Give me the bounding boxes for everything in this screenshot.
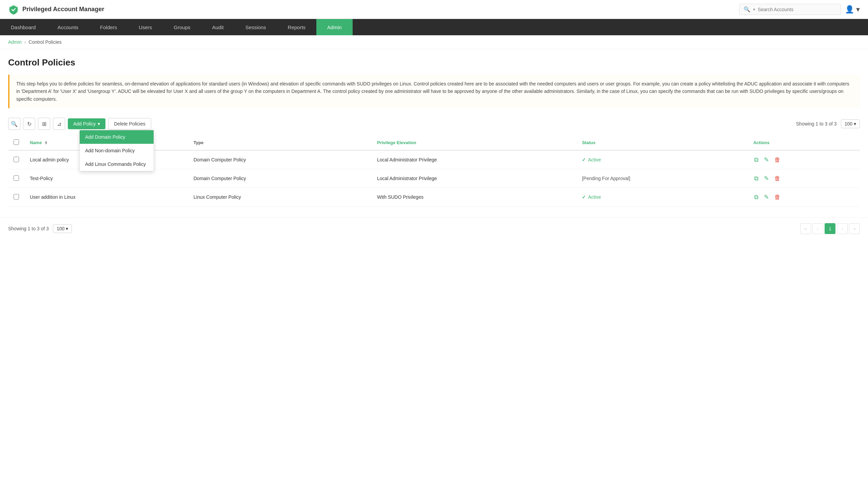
edit-button[interactable]: ✎ bbox=[763, 155, 770, 164]
actions-cell: ⧉ ✎ 🗑 bbox=[753, 193, 854, 201]
header-right: 🔍 ▾ 👤 ▾ bbox=[739, 4, 860, 15]
actions-cell: ⧉ ✎ 🗑 bbox=[753, 174, 854, 183]
dropdown-item-non-domain[interactable]: Add Non-domain Policy bbox=[80, 144, 154, 157]
add-policy-button[interactable]: Add Policy ▾ bbox=[68, 118, 105, 129]
per-page-selector[interactable]: 100 ▾ bbox=[841, 119, 860, 128]
user-avatar-icon[interactable]: 👤 ▾ bbox=[845, 5, 860, 14]
app-logo: Privileged Account Manager bbox=[8, 4, 104, 15]
row-2-type: Linux Computer Policy bbox=[188, 188, 372, 207]
content-area: Control Policies This step helps you to … bbox=[0, 49, 868, 215]
search-icon: 🔍 bbox=[744, 6, 750, 13]
search-input[interactable] bbox=[758, 7, 836, 12]
pagination-left: Showing 1 to 3 of 3 100 ▾ bbox=[8, 224, 72, 233]
pagination-per-page[interactable]: 100 ▾ bbox=[53, 224, 72, 233]
pagination-last-button[interactable]: » bbox=[849, 223, 860, 234]
status-badge: ✓Active bbox=[582, 194, 742, 200]
col-actions-label: Actions bbox=[753, 140, 770, 145]
nav-item-groups[interactable]: Groups bbox=[163, 19, 201, 35]
delete-button[interactable]: 🗑 bbox=[774, 193, 781, 201]
copy-icon: ⧉ bbox=[754, 156, 758, 163]
nav-item-folders[interactable]: Folders bbox=[89, 19, 128, 35]
nav-item-audit[interactable]: Audit bbox=[201, 19, 235, 35]
per-page-value: 100 bbox=[845, 121, 852, 127]
select-all-cell bbox=[8, 135, 24, 150]
col-header-status: Status bbox=[576, 135, 748, 150]
header: Privileged Account Manager 🔍 ▾ 👤 ▾ bbox=[0, 0, 868, 19]
row-1-name: Test-Policy bbox=[24, 169, 188, 188]
row-2-actions: ⧉ ✎ 🗑 bbox=[748, 188, 860, 207]
row-1-checkbox[interactable] bbox=[14, 175, 19, 181]
dropdown-item-domain[interactable]: Add Domain Policy bbox=[80, 130, 154, 144]
search-icon: 🔍 bbox=[11, 121, 18, 127]
nav-item-sessions[interactable]: Sessions bbox=[235, 19, 277, 35]
row-2-name: User addition in Linux bbox=[24, 188, 188, 207]
breadcrumb-parent[interactable]: Admin bbox=[8, 39, 22, 45]
copy-icon: ⧉ bbox=[754, 175, 758, 182]
dropdown-item-linux[interactable]: Add Linux Commands Policy bbox=[80, 157, 154, 171]
col-header-privilege: Privilege Elevation bbox=[372, 135, 576, 150]
copy-button[interactable]: ⧉ bbox=[753, 156, 759, 164]
add-policy-dropdown: Add Domain Policy Add Non-domain Policy … bbox=[79, 130, 154, 171]
trash-icon: 🗑 bbox=[774, 156, 781, 163]
toolbar-right: Showing 1 to 3 of 3 100 ▾ bbox=[796, 119, 860, 128]
trash-icon: 🗑 bbox=[774, 194, 781, 200]
filter-icon: ⊿ bbox=[57, 121, 61, 127]
breadcrumb: Admin › Control Policies bbox=[0, 35, 868, 49]
filter-button[interactable]: ⊿ bbox=[53, 118, 65, 130]
columns-button[interactable]: ⊞ bbox=[38, 118, 50, 130]
refresh-button[interactable]: ↻ bbox=[23, 118, 35, 130]
edit-icon: ✎ bbox=[764, 156, 769, 163]
main-nav: Dashboard Accounts Folders Users Groups … bbox=[0, 19, 868, 35]
nav-item-dashboard[interactable]: Dashboard bbox=[0, 19, 46, 35]
col-privilege-label: Privilege Elevation bbox=[377, 140, 416, 145]
search-bar[interactable]: 🔍 ▾ bbox=[739, 4, 841, 15]
pagination-page-1[interactable]: 1 bbox=[825, 223, 835, 234]
row-2-checkbox[interactable] bbox=[14, 194, 19, 199]
refresh-icon: ↻ bbox=[27, 121, 32, 127]
row-0-status: ✓Active bbox=[576, 150, 748, 169]
nav-item-reports[interactable]: Reports bbox=[277, 19, 317, 35]
row-1-actions: ⧉ ✎ 🗑 bbox=[748, 169, 860, 188]
copy-button[interactable]: ⧉ bbox=[753, 193, 759, 201]
delete-button[interactable]: 🗑 bbox=[774, 156, 781, 164]
copy-icon: ⧉ bbox=[754, 194, 758, 200]
edit-button[interactable]: ✎ bbox=[763, 174, 770, 183]
row-2-checkbox-cell bbox=[8, 188, 24, 207]
search-dropdown-icon[interactable]: ▾ bbox=[753, 7, 755, 12]
row-0-checkbox-cell bbox=[8, 150, 24, 169]
row-0-checkbox[interactable] bbox=[14, 157, 19, 162]
nav-item-admin[interactable]: Admin bbox=[316, 19, 353, 35]
breadcrumb-separator: › bbox=[24, 39, 26, 45]
pagination-right: « ‹ 1 › » bbox=[800, 223, 860, 234]
table-row: Test-PolicyDomain Computer PolicyLocal A… bbox=[8, 169, 860, 188]
select-all-checkbox[interactable] bbox=[14, 139, 19, 145]
add-policy-label: Add Policy bbox=[73, 121, 96, 127]
pagination-next-button[interactable]: › bbox=[837, 223, 848, 234]
pagination-showing: Showing 1 to 3 of 3 bbox=[8, 226, 49, 231]
nav-item-accounts[interactable]: Accounts bbox=[46, 19, 89, 35]
col-type-label: Type bbox=[194, 140, 203, 145]
delete-policies-button[interactable]: Delete Policies bbox=[108, 118, 151, 130]
table-row: User addition in LinuxLinux Computer Pol… bbox=[8, 188, 860, 207]
chevron-down-icon: ▾ bbox=[98, 121, 100, 127]
per-page-chevron: ▾ bbox=[854, 121, 856, 127]
actions-cell: ⧉ ✎ 🗑 bbox=[753, 155, 854, 164]
copy-button[interactable]: ⧉ bbox=[753, 174, 759, 183]
row-0-actions: ⧉ ✎ 🗑 bbox=[748, 150, 860, 169]
info-box: This step helps you to define policies f… bbox=[8, 75, 860, 108]
edit-icon: ✎ bbox=[764, 194, 769, 200]
pagination-bar: Showing 1 to 3 of 3 100 ▾ « ‹ 1 › » bbox=[0, 217, 868, 239]
delete-button[interactable]: 🗑 bbox=[774, 174, 781, 183]
showing-count: Showing 1 to 3 of 3 bbox=[796, 121, 837, 127]
nav-item-users[interactable]: Users bbox=[128, 19, 163, 35]
col-status-label: Status bbox=[582, 140, 595, 145]
pagination-first-button[interactable]: « bbox=[800, 223, 811, 234]
row-2-status: ✓Active bbox=[576, 188, 748, 207]
toolbar: 🔍 ↻ ⊞ ⊿ Add Policy ▾ Delete Policies Add… bbox=[8, 118, 860, 130]
columns-icon: ⊞ bbox=[42, 121, 46, 127]
edit-button[interactable]: ✎ bbox=[763, 193, 770, 201]
status-badge: [Pending For Approval] bbox=[582, 176, 630, 181]
row-1-type: Domain Computer Policy bbox=[188, 169, 372, 188]
pagination-prev-button[interactable]: ‹ bbox=[812, 223, 823, 234]
search-button[interactable]: 🔍 bbox=[8, 118, 20, 130]
